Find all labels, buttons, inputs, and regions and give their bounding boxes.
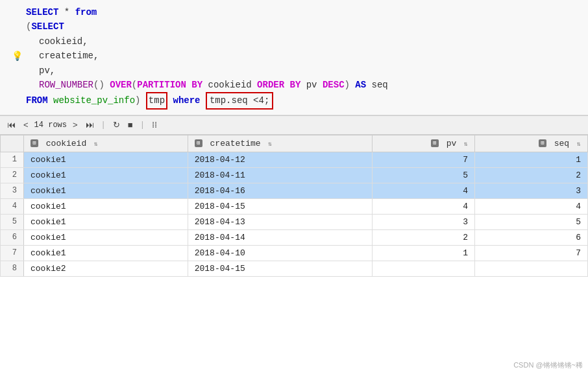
- next-page-button[interactable]: >: [71, 119, 80, 131]
- cell-createtime: 2018-04-14: [188, 229, 372, 245]
- last-page-button[interactable]: ⏭: [84, 119, 96, 131]
- cell-createtime: 2018-04-15: [188, 261, 372, 276]
- cell-rownum: 7: [1, 245, 24, 261]
- cell-pv: 7: [372, 152, 474, 167]
- table-body: 1cookie12018-04-12712cookie12018-04-1152…: [1, 152, 588, 276]
- sql-line-2: (SELECT: [8, 19, 580, 34]
- table-row: 4cookie12018-04-1544: [1, 198, 588, 214]
- cell-seq: 2: [475, 167, 588, 183]
- cell-seq: 6: [475, 229, 588, 245]
- keyword-from: from: [75, 5, 97, 19]
- cell-seq: 4: [475, 198, 588, 214]
- cell-seq: [475, 261, 588, 276]
- cell-rownum: 2: [1, 167, 24, 183]
- stop-button[interactable]: ■: [126, 119, 135, 131]
- cell-seq: 1: [475, 152, 588, 167]
- cell-rownum: 5: [1, 214, 24, 229]
- sql-line-4: 💡 createtime,: [8, 49, 580, 63]
- config-button[interactable]: ⁞⁞: [150, 119, 159, 131]
- col-label-cookieid: cookieid: [46, 139, 86, 148]
- cell-pv: 5: [372, 167, 474, 183]
- cell-pv: 4: [372, 183, 474, 198]
- col-header-rownum: [1, 135, 24, 152]
- bulb-icon: 💡: [12, 49, 23, 64]
- cell-rownum: 1: [1, 152, 24, 167]
- sql-editor[interactable]: SELECT * from (SELECT cookieid, 💡 create…: [0, 0, 588, 115]
- sql-line-6: ROW_NUMBER() OVER(PARTITION BY cookieid …: [8, 78, 580, 92]
- alias-tmp: tmp: [146, 92, 167, 109]
- pv-col-icon: ⊞: [431, 139, 439, 147]
- cookieid-col-icon: ⊞: [31, 139, 38, 147]
- cell-cookieid: cookie1: [24, 198, 188, 214]
- table-row: 3cookie12018-04-1643: [1, 183, 588, 198]
- col-label-createtime: createtime: [210, 139, 261, 148]
- cell-cookieid: cookie1: [24, 214, 188, 229]
- result-table-wrap: ⊞ cookieid ⇅ ⊞ createtime ⇅ ⊞ pv ⇅ ⊞ seq: [0, 135, 588, 277]
- cell-cookieid: cookie1: [24, 183, 188, 198]
- cell-rownum: 6: [1, 229, 24, 245]
- condition-box: tmp.seq <4;: [206, 92, 273, 109]
- table-row: 8cookie22018-04-15: [1, 261, 588, 276]
- col-header-cookieid[interactable]: ⊞ cookieid ⇅: [24, 135, 188, 152]
- sql-line-5: pv,: [8, 64, 580, 78]
- cell-rownum: 4: [1, 198, 24, 214]
- cell-rownum: 3: [1, 183, 24, 198]
- col-header-pv[interactable]: ⊞ pv ⇅: [372, 135, 474, 152]
- cell-createtime: 2018-04-16: [188, 183, 372, 198]
- cell-seq: 5: [475, 214, 588, 229]
- cell-seq: 7: [475, 245, 588, 261]
- cell-createtime: 2018-04-12: [188, 152, 372, 167]
- toolbar-separator-1: |: [101, 121, 106, 130]
- result-toolbar: ⏮ < 14 rows > ⏭ | ↻ ■ | ⁞⁞: [0, 115, 588, 135]
- seq-sort-icon: ⇅: [577, 141, 581, 148]
- cell-createtime: 2018-04-15: [188, 198, 372, 214]
- result-table: ⊞ cookieid ⇅ ⊞ createtime ⇅ ⊞ pv ⇅ ⊞ seq: [0, 135, 588, 277]
- prev-page-button[interactable]: <: [21, 119, 31, 131]
- cell-createtime: 2018-04-10: [188, 245, 372, 261]
- seq-col-icon: ⊞: [539, 139, 546, 147]
- table-row: 5cookie12018-04-1335: [1, 214, 588, 229]
- createtime-sort-icon: ⇅: [268, 141, 272, 148]
- cell-rownum: 8: [1, 261, 24, 276]
- table-row: 7cookie12018-04-1017: [1, 245, 588, 261]
- watermark-label: CSDN @锵锵锵锵~稀: [513, 360, 583, 370]
- cell-pv: 4: [372, 198, 474, 214]
- table-header-row: ⊞ cookieid ⇅ ⊞ createtime ⇅ ⊞ pv ⇅ ⊞ seq: [1, 135, 588, 152]
- pv-sort-icon: ⇅: [464, 141, 468, 148]
- cookieid-sort-icon: ⇅: [94, 141, 98, 148]
- sql-line-7: FROM website_pv_info) tmp where tmp.seq …: [8, 92, 580, 109]
- cell-cookieid: cookie1: [24, 167, 188, 183]
- cell-pv: 1: [372, 245, 474, 261]
- sql-line-3: cookieid,: [8, 34, 580, 49]
- toolbar-separator-2: |: [140, 121, 145, 130]
- cell-cookieid: cookie2: [24, 261, 188, 276]
- table-row: 1cookie12018-04-1271: [1, 152, 588, 167]
- col-header-createtime[interactable]: ⊞ createtime ⇅: [188, 135, 372, 152]
- cell-pv: 3: [372, 214, 474, 229]
- cell-pv: [372, 261, 474, 276]
- table-row: 2cookie12018-04-1152: [1, 167, 588, 183]
- col-label-pv: pv: [447, 139, 457, 148]
- keyword-select: SELECT: [26, 5, 58, 19]
- cell-pv: 2: [372, 229, 474, 245]
- cell-cookieid: cookie1: [24, 229, 188, 245]
- cell-createtime: 2018-04-13: [188, 214, 372, 229]
- first-page-button[interactable]: ⏮: [5, 119, 18, 131]
- table-row: 6cookie12018-04-1426: [1, 229, 588, 245]
- createtime-col-icon: ⊞: [195, 139, 202, 147]
- cell-cookieid: cookie1: [24, 152, 188, 167]
- col-label-seq: seq: [554, 139, 569, 148]
- row-count-label: 14 rows: [34, 121, 67, 130]
- cell-seq: 3: [475, 183, 588, 198]
- cell-cookieid: cookie1: [24, 245, 188, 261]
- cell-createtime: 2018-04-11: [188, 167, 372, 183]
- sql-line-1: SELECT * from: [8, 5, 580, 19]
- refresh-button[interactable]: ↻: [111, 119, 122, 131]
- col-header-seq[interactable]: ⊞ seq ⇅: [475, 135, 588, 152]
